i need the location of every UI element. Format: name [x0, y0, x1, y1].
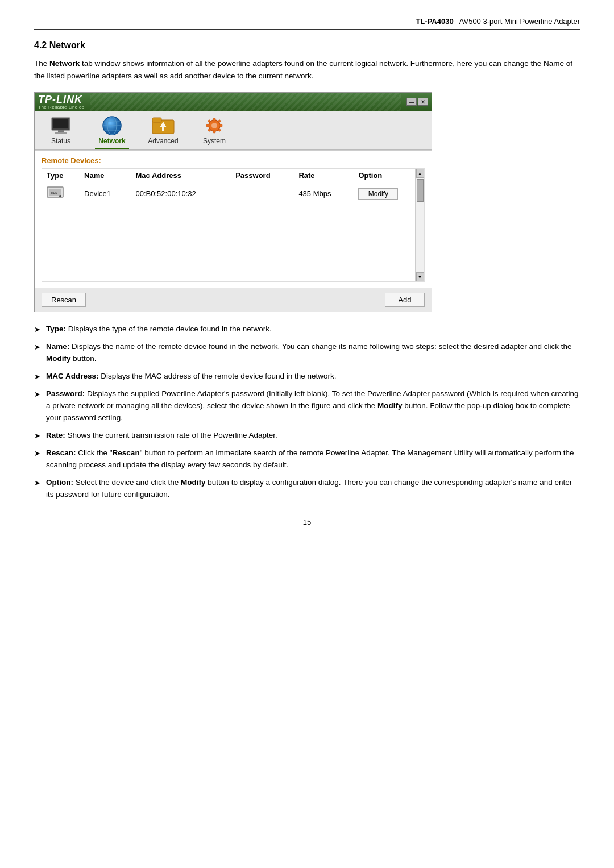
svg-rect-3: [55, 132, 67, 134]
page-number: 15: [34, 518, 580, 526]
app-content: Remote Devices: Type Name Mac Address Pa…: [35, 150, 432, 288]
bullet-option: ➤ Option: Select the device and click th…: [34, 477, 580, 501]
col-name: Name: [80, 169, 131, 182]
bullet-rate-text: Rate: Shows the current transmission rat…: [46, 430, 277, 442]
bullet-rescan: ➤ Rescan: Click the "Rescan" button to p…: [34, 447, 580, 471]
col-password: Password: [231, 169, 294, 182]
scrollbar-up-button[interactable]: ▲: [416, 169, 424, 178]
bullet-password-text: Password: Displays the supplied Powerlin…: [46, 388, 580, 424]
system-icon-box: [203, 115, 226, 136]
bullet-arrow-1: ➤: [34, 324, 40, 335]
bullet-password: ➤ Password: Displays the supplied Powerl…: [34, 388, 580, 424]
remote-devices-label: Remote Devices:: [42, 156, 425, 165]
app-titlebar: TP-LINK The Reliable Choice — ✕: [35, 93, 432, 111]
svg-rect-2: [58, 130, 64, 132]
tab-status[interactable]: Status: [44, 115, 78, 145]
status-icon: [50, 117, 72, 135]
bullet-type-text: Type: Displays the type of the remote de…: [46, 323, 272, 335]
app-footer: Rescan Add: [35, 288, 432, 312]
device-type-cell: HDD: [42, 182, 80, 205]
bullet-mac-text: MAC Address: Displays the MAC address of…: [46, 371, 336, 383]
bullet-arrow-3: ➤: [34, 371, 40, 383]
close-button[interactable]: ✕: [418, 98, 428, 106]
app-window: TP-LINK The Reliable Choice — ✕ Status: [34, 92, 432, 312]
system-label: System: [203, 137, 226, 145]
intro-paragraph: The Network tab window shows information…: [34, 57, 580, 82]
bullet-arrow-5: ➤: [34, 430, 40, 442]
device-rate-cell: 435 Mbps: [294, 182, 354, 205]
bullet-mac: ➤ MAC Address: Displays the MAC address …: [34, 371, 580, 383]
bullet-arrow-6: ➤: [34, 448, 40, 459]
product-name: AV500 3-port Mini Powerline Adapter: [459, 17, 580, 26]
advanced-icon-box: [152, 115, 175, 136]
device-password-cell: [231, 182, 294, 205]
svg-rect-17: [206, 124, 209, 127]
model-name: TL-PA4030: [416, 17, 453, 26]
bullet-arrow-2: ➤: [34, 342, 40, 353]
tab-advanced[interactable]: Advanced: [146, 115, 180, 145]
scrollbar-track: ▲ ▼: [415, 169, 424, 281]
network-bold: Network: [49, 59, 80, 68]
bullet-name: ➤ Name: Displays the name of the remote …: [34, 341, 580, 365]
tab-network[interactable]: Network: [95, 115, 129, 145]
table-scroll-area: Type Name Mac Address Password Rate Opti…: [42, 168, 425, 282]
table-row[interactable]: HDD Device1 00:B0:52:00:10:32 435 Mbps M…: [42, 182, 424, 205]
svg-text:HDD: HDD: [51, 191, 57, 194]
bullet-option-text: Option: Select the device and click the …: [46, 477, 580, 501]
bullet-type: ➤ Type: Displays the type of the remote …: [34, 323, 580, 335]
status-label: Status: [51, 137, 70, 145]
col-type: Type: [42, 169, 80, 182]
section-title: 4.2 Network: [34, 40, 580, 51]
svg-rect-16: [213, 130, 215, 133]
device-mac-cell: 00:B0:52:00:10:32: [131, 182, 231, 205]
bullet-arrow-7: ➤: [34, 477, 40, 489]
bullet-name-text: Name: Displays the name of the remote de…: [46, 341, 580, 365]
network-icon: [101, 115, 123, 136]
advanced-label: Advanced: [148, 137, 178, 145]
scrollbar-down-button[interactable]: ▼: [416, 272, 424, 281]
device-table: Type Name Mac Address Password Rate Opti…: [42, 169, 424, 205]
table-header-row: Type Name Mac Address Password Rate Opti…: [42, 169, 424, 182]
bullet-rescan-text: Rescan: Click the "Rescan" button to per…: [46, 447, 580, 471]
status-icon-box: [49, 115, 72, 136]
device-option-cell: Modify: [354, 182, 424, 205]
tp-link-logo-text: TP-LINK: [38, 94, 82, 105]
bullet-rate: ➤ Rate: Shows the current transmission r…: [34, 430, 580, 442]
svg-rect-12: [162, 127, 164, 131]
add-button[interactable]: Add: [385, 293, 425, 307]
network-icon-box: [101, 115, 123, 136]
svg-rect-10: [152, 118, 161, 122]
network-label: Network: [98, 137, 125, 145]
col-option: Option: [354, 169, 424, 182]
svg-point-26: [59, 195, 61, 197]
svg-rect-15: [213, 118, 215, 121]
rescan-button[interactable]: Rescan: [42, 293, 86, 307]
svg-rect-18: [219, 124, 222, 127]
table-container: Type Name Mac Address Password Rate Opti…: [42, 168, 425, 282]
tp-link-subtitle: The Reliable Choice: [38, 105, 85, 110]
device-type-icon: HDD: [47, 186, 64, 200]
app-toolbar: Status Network: [35, 111, 432, 150]
header-bar: TL-PA4030 AV500 3-port Mini Powerline Ad…: [34, 17, 580, 30]
device-name-cell: Device1: [80, 182, 131, 205]
svg-rect-1: [53, 119, 68, 128]
bullet-arrow-4: ➤: [34, 389, 40, 400]
modify-button[interactable]: Modify: [358, 188, 398, 200]
titlebar-decoration: [90, 93, 401, 111]
scrollbar-thumb[interactable]: [417, 179, 424, 202]
tab-system[interactable]: System: [197, 115, 231, 145]
bullet-list: ➤ Type: Displays the type of the remote …: [34, 323, 580, 501]
system-icon: [204, 115, 225, 136]
col-rate: Rate: [294, 169, 354, 182]
minimize-button[interactable]: —: [406, 98, 417, 106]
app-logo: TP-LINK The Reliable Choice: [38, 94, 85, 110]
titlebar-buttons: — ✕: [406, 98, 428, 106]
svg-point-14: [211, 123, 217, 128]
advanced-icon: [152, 115, 175, 136]
col-mac: Mac Address: [131, 169, 231, 182]
